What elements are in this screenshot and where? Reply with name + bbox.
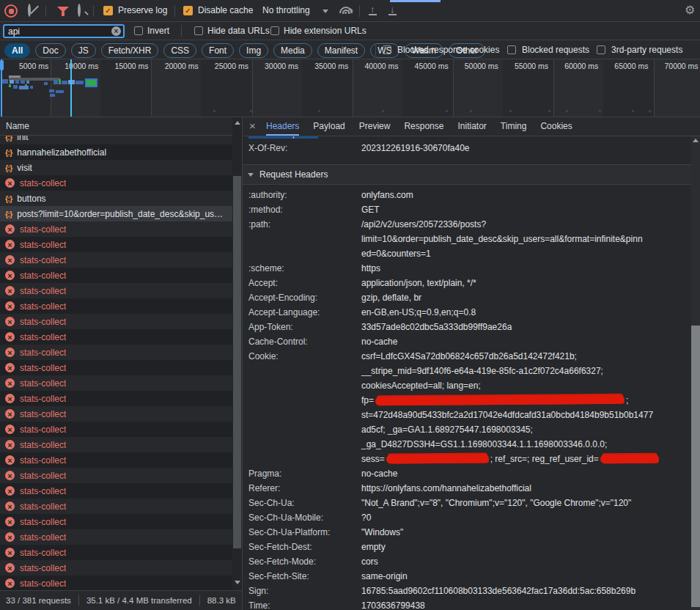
top-focus-bar: [390, 0, 441, 2]
tab-headers[interactable]: Headers: [266, 117, 299, 136]
request-row[interactable]: ×stats-collect: [0, 375, 242, 391]
waterfall-bar: [9, 84, 11, 87]
filter-checkbox-3rd-party-requests[interactable]: 3rd-party requests: [597, 45, 682, 55]
error-icon: ×: [5, 471, 15, 480]
request-list-scrollbar[interactable]: [232, 117, 242, 590]
timeline-mark: [213, 110, 215, 112]
search-icon[interactable]: [78, 4, 81, 17]
request-row[interactable]: ×stats-collect: [0, 252, 242, 268]
filter-chip-font[interactable]: Font: [202, 43, 234, 58]
request-row[interactable]: ×stats-collect: [0, 499, 242, 514]
request-row[interactable]: ×stats-collect: [0, 452, 242, 468]
clear-search-icon[interactable]: ×: [111, 26, 121, 36]
timeline-tick-label: 25000 ms: [200, 62, 250, 70]
request-headers-section[interactable]: Request Headers: [243, 164, 691, 185]
request-name: stats-collect: [20, 240, 66, 250]
request-row[interactable]: ×stats-collect: [0, 391, 242, 406]
request-row[interactable]: ×stats-collect: [0, 283, 242, 298]
record-button[interactable]: [4, 4, 18, 18]
clear-icon[interactable]: [28, 4, 31, 17]
tab-response[interactable]: Response: [404, 117, 443, 136]
filter-chip-js[interactable]: JS: [71, 43, 96, 58]
request-row[interactable]: ×stats-collect: [0, 268, 242, 283]
request-row[interactable]: ×stats-collect: [0, 483, 242, 499]
request-row[interactable]: ×stats-collect: [0, 422, 242, 437]
scrollbar-thumb[interactable]: [691, 326, 700, 607]
filter-chip-media[interactable]: Media: [273, 43, 312, 58]
scroll-up-icon[interactable]: [235, 121, 240, 125]
chevron-down-icon[interactable]: [323, 10, 328, 13]
error-icon: ×: [5, 517, 15, 526]
request-row[interactable]: ×stats-collect: [0, 514, 242, 529]
request-row[interactable]: {:}visit: [0, 160, 242, 175]
filter-chip-manifest[interactable]: Manifest: [317, 43, 365, 58]
checkbox-unchecked-icon[interactable]: [383, 45, 391, 54]
filter-searchbox[interactable]: ×: [3, 24, 125, 38]
header-row: X-Of-Rev: 202312261916-30670fa40e: [243, 141, 691, 155]
disclosure-triangle-icon[interactable]: [248, 173, 254, 177]
scrollbar-thumb[interactable]: [233, 176, 241, 548]
tab-initiator[interactable]: Initiator: [457, 117, 486, 136]
request-row[interactable]: ×stats-collect: [0, 545, 242, 560]
error-icon: ×: [5, 255, 15, 265]
request-row[interactable]: ×stats-collect: [0, 345, 242, 360]
details-scrollbar[interactable]: [691, 136, 700, 610]
settings-gear-icon[interactable]: ⚙: [685, 4, 695, 16]
request-row[interactable]: {:}hannahelizabethofficial: [0, 144, 242, 160]
timeline-selection-handle[interactable]: [0, 60, 4, 70]
filter-checkbox-blocked-requests[interactable]: Blocked requests: [507, 45, 589, 55]
waterfall-bar: [59, 79, 61, 84]
request-row[interactable]: ×stats-collect: [0, 314, 242, 329]
search-input[interactable]: [4, 26, 103, 37]
filter-chip-fetch-xhr[interactable]: Fetch/XHR: [101, 43, 159, 58]
filter-chip-img[interactable]: Img: [239, 43, 268, 58]
header-name: :path:: [243, 217, 361, 232]
invert-checkbox[interactable]: [134, 26, 143, 35]
request-row[interactable]: ×stats-collect: [0, 576, 242, 590]
checkbox-unchecked-icon[interactable]: [507, 45, 516, 54]
request-row[interactable]: ×stats-collect: [0, 221, 242, 237]
scroll-up-icon[interactable]: [693, 139, 699, 142]
error-icon: ×: [5, 409, 15, 419]
tab-payload[interactable]: Payload: [313, 117, 345, 136]
disable-cache-label: Disable cache: [198, 0, 253, 21]
tab-cookies[interactable]: Cookies: [540, 117, 572, 136]
request-row[interactable]: {:}buttons: [0, 191, 242, 206]
export-har-icon[interactable]: ↓: [388, 5, 397, 15]
throttling-select[interactable]: No throttling: [262, 0, 310, 21]
filter-chip-doc[interactable]: Doc: [35, 43, 65, 58]
name-column-label: Name: [0, 121, 29, 131]
checkbox-unchecked-icon[interactable]: [597, 45, 605, 54]
request-row[interactable]: ×stats-collect: [0, 329, 242, 345]
filter-chip-all[interactable]: All: [4, 43, 30, 58]
request-row[interactable]: ×stats-collect: [0, 237, 242, 252]
scroll-down-icon[interactable]: [235, 581, 240, 584]
filter-checkbox-blocked-response-cookies[interactable]: Blocked response cookies: [383, 45, 499, 55]
request-row[interactable]: ×stats-collect: [0, 298, 242, 314]
close-icon[interactable]: ×: [247, 117, 258, 136]
request-row[interactable]: ×stats-collect: [0, 360, 242, 375]
hide-extension-urls-checkbox[interactable]: [270, 26, 279, 35]
request-row[interactable]: ×stats-collect: [0, 529, 242, 545]
request-row[interactable]: ×stats-collect: [0, 560, 242, 576]
hide-extension-urls-label: Hide extension URLs: [284, 22, 366, 40]
request-row[interactable]: ×stats-collect: [0, 175, 242, 191]
record-icon: [9, 9, 14, 14]
network-overview-timeline[interactable]: 5000 ms10000 ms15000 ms20000 ms25000 ms3…: [0, 59, 700, 117]
preserve-log-checkbox[interactable]: [103, 6, 113, 15]
timeline-tick-label: 65000 ms: [600, 62, 649, 70]
request-row[interactable]: ×stats-collect: [0, 468, 242, 483]
status-divider: [78, 595, 79, 606]
request-row-selected[interactable]: {:}posts?limit=10&order=publish_date_des…: [0, 206, 242, 221]
import-har-icon[interactable]: ↑: [369, 5, 377, 15]
name-column-header[interactable]: Name: [0, 117, 242, 136]
request-row[interactable]: ×stats-collect: [0, 406, 242, 422]
waterfall-bar: [10, 80, 14, 84]
tab-timing[interactable]: Timing: [501, 117, 527, 136]
filter-chip-css[interactable]: CSS: [163, 43, 196, 58]
tab-preview[interactable]: Preview: [359, 117, 391, 136]
request-row[interactable]: ×stats-collect: [0, 437, 242, 452]
hide-data-urls-checkbox[interactable]: [194, 26, 203, 35]
disable-cache-checkbox[interactable]: [183, 6, 193, 15]
header-name: :authority:: [243, 188, 361, 202]
